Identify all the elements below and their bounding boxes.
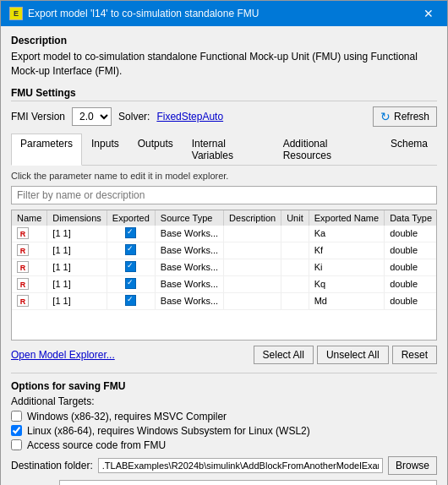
cell-dimensions: [1 1]	[47, 275, 107, 292]
cell-exported-name: Ka	[309, 226, 384, 243]
cell-source-type: Base Works...	[155, 275, 223, 292]
cell-data-type: double	[385, 242, 437, 259]
contents-row: Contents: Standalone FMU(.fmu) only FMU …	[11, 480, 437, 485]
linux-checkbox-row: Linux (x86-64), requires Windows Subsyst…	[11, 425, 437, 437]
fmi-version-label: FMI Version	[11, 111, 65, 123]
row-icon: R	[17, 227, 29, 239]
fmi-version-select[interactable]: 2.0 3.0	[72, 107, 112, 126]
cell-dimensions: [1 1]	[47, 242, 107, 259]
cell-name: R	[12, 275, 47, 292]
access-source-checkbox[interactable]	[11, 439, 22, 450]
cell-exported[interactable]	[107, 292, 155, 309]
refresh-icon: ↻	[380, 110, 391, 123]
cell-exported[interactable]	[107, 259, 155, 275]
linux-label: Linux (x86-64), requires Windows Subsyst…	[27, 425, 310, 437]
close-button[interactable]: ✕	[418, 6, 439, 21]
tab-outputs[interactable]: Outputs	[128, 134, 183, 165]
fmu-settings-label: FMU Settings	[11, 87, 437, 101]
title-bar-left: E Export model 'l14' to co-simulation st…	[9, 7, 259, 20]
access-source-label: Access source code from FMU	[27, 439, 166, 451]
row-icon: R	[17, 278, 29, 290]
exported-checkbox[interactable]	[125, 278, 136, 289]
cell-exported-name: Md	[309, 292, 384, 309]
filter-input[interactable]	[11, 186, 437, 204]
row-icon: R	[17, 244, 29, 256]
cell-unit	[281, 275, 309, 292]
divider	[11, 373, 437, 373]
tabs-row: Parameters Inputs Outputs Internal Varia…	[11, 134, 437, 166]
cell-source-type: Base Works...	[155, 226, 223, 243]
cell-data-type: double	[385, 292, 437, 309]
cell-data-type: double	[385, 259, 437, 275]
open-model-link[interactable]: Open Model Explorer...	[11, 349, 115, 361]
windows-label: Windows (x86-32), requires MSVC Compiler	[27, 411, 227, 422]
col-exported-name: Exported Name	[309, 210, 384, 226]
cell-description	[224, 275, 281, 292]
cell-source-type: Base Works...	[155, 259, 223, 275]
cell-unit	[281, 259, 309, 275]
description-header: Description	[11, 35, 437, 46]
cell-exported[interactable]	[107, 242, 155, 259]
exported-checkbox[interactable]	[125, 227, 136, 238]
exported-checkbox[interactable]	[125, 261, 136, 272]
col-dimensions: Dimensions	[47, 210, 107, 226]
tab-parameters[interactable]: Parameters	[11, 134, 82, 166]
cell-description	[224, 292, 281, 309]
table-row: R [1 1] Base Works... Kq double	[12, 275, 437, 292]
col-description: Description	[224, 210, 281, 226]
tab-inputs[interactable]: Inputs	[82, 134, 128, 165]
dialog-title: Export model 'l14' to co-simulation stan…	[28, 8, 259, 19]
destination-row: Destination folder: Browse	[11, 456, 437, 475]
exported-checkbox[interactable]	[125, 295, 136, 306]
select-all-button[interactable]: Select All	[254, 346, 314, 364]
cell-unit	[281, 226, 309, 243]
tab-schema[interactable]: Schema	[381, 134, 437, 165]
col-name: Name	[12, 210, 47, 226]
cell-name: R	[12, 226, 47, 243]
contents-select[interactable]: Standalone FMU(.fmu) only FMU with sourc…	[59, 480, 437, 485]
browse-button[interactable]: Browse	[388, 456, 437, 475]
cell-source-type: Base Works...	[155, 242, 223, 259]
table-row: R [1 1] Base Works... Ki double	[12, 259, 437, 275]
col-exported: Exported	[107, 210, 155, 226]
table-btn-group: Select All Unselect All Reset	[254, 346, 437, 364]
solver-label: Solver:	[118, 111, 150, 123]
cell-name: R	[12, 242, 47, 259]
options-header: Options for saving FMU	[11, 380, 437, 392]
table-actions: Open Model Explorer... Select All Unsele…	[11, 346, 437, 364]
table-row: R [1 1] Base Works... Ka double	[12, 226, 437, 243]
cell-description	[224, 259, 281, 275]
additional-targets-label: Additional Targets:	[11, 395, 437, 407]
destination-input[interactable]	[98, 458, 383, 473]
windows-checkbox[interactable]	[11, 411, 22, 422]
row-icon: R	[17, 295, 29, 307]
col-source-type: Source Type	[155, 210, 223, 226]
cell-exported-name: Kf	[309, 242, 384, 259]
cell-exported[interactable]	[107, 275, 155, 292]
tab-internal-variables[interactable]: Internal Variables	[183, 134, 274, 165]
cell-exported-name: Ki	[309, 259, 384, 275]
table-row: R [1 1] Base Works... Md double	[12, 292, 437, 309]
fmi-version-row: FMI Version 2.0 3.0 Solver: FixedStepAut…	[11, 106, 437, 127]
unselect-all-button[interactable]: Unselect All	[317, 346, 389, 364]
cell-name: R	[12, 259, 47, 275]
cell-unit	[281, 242, 309, 259]
reset-button[interactable]: Reset	[392, 346, 437, 364]
tab-additional-resources[interactable]: Additional Resources	[274, 134, 381, 165]
destination-label: Destination folder:	[11, 460, 93, 471]
cell-description	[224, 226, 281, 243]
linux-checkbox[interactable]	[11, 425, 22, 436]
col-data-type: Data Type	[385, 210, 437, 226]
windows-checkbox-row: Windows (x86-32), requires MSVC Compiler	[11, 411, 437, 422]
refresh-button[interactable]: ↻ Refresh	[373, 106, 437, 127]
col-unit: Unit	[281, 210, 309, 226]
main-dialog: E Export model 'l14' to co-simulation st…	[0, 0, 448, 485]
cell-exported-name: Kq	[309, 275, 384, 292]
access-source-checkbox-row: Access source code from FMU	[11, 439, 437, 451]
cell-exported[interactable]	[107, 226, 155, 243]
cell-name: R	[12, 292, 47, 309]
solver-link[interactable]: FixedStepAuto	[156, 111, 223, 123]
cell-data-type: double	[385, 226, 437, 243]
cell-description	[224, 242, 281, 259]
exported-checkbox[interactable]	[125, 244, 136, 255]
